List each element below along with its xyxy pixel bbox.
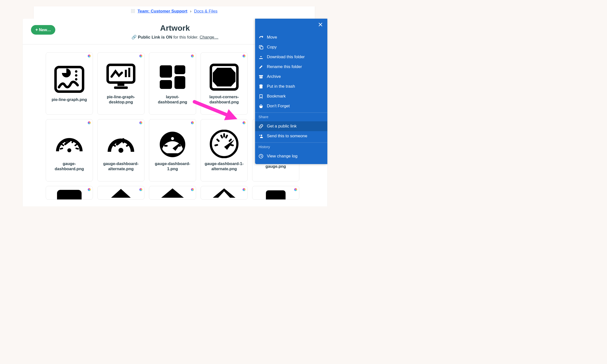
copy-icon (259, 45, 263, 50)
menu-label: Archive (267, 74, 281, 79)
file-card[interactable] (252, 186, 299, 200)
file-card[interactable] (201, 186, 248, 200)
menu-download[interactable]: Download this folder (255, 52, 327, 62)
menu-rename[interactable]: Rename this folder (255, 62, 327, 72)
menu-label: Send this to someone (267, 134, 307, 139)
file-name: gauge-dashboard-alternate.png (101, 161, 141, 171)
svg-point-65 (261, 135, 262, 136)
file-card[interactable]: gauge-dashboard.png (46, 119, 93, 182)
menu-move[interactable]: Move (255, 32, 327, 42)
new-button[interactable]: + New… (31, 25, 55, 35)
svg-rect-20 (174, 76, 185, 89)
svg-point-32 (118, 148, 123, 153)
menu-archive[interactable]: Archive (255, 72, 327, 82)
file-thumb (208, 63, 240, 91)
menu-bookmark[interactable]: Bookmark (255, 91, 327, 101)
svg-line-34 (114, 145, 115, 146)
svg-rect-58 (260, 46, 263, 49)
person-add-icon (259, 134, 263, 139)
menu-label: Don't Forget (267, 104, 290, 109)
menu-changelog[interactable]: View change log (255, 151, 327, 161)
change-link[interactable]: Change… (200, 35, 218, 40)
file-card[interactable]: gauge-dashboard-alternate.png (97, 119, 145, 182)
reminder-icon (259, 104, 263, 109)
color-badge-icon (88, 55, 91, 57)
plus-icon: + (35, 27, 38, 32)
svg-rect-13 (125, 70, 127, 77)
svg-rect-16 (114, 86, 128, 89)
menu-trash[interactable]: Put in the trash (255, 82, 327, 91)
svg-rect-51 (57, 190, 82, 200)
svg-rect-63 (259, 85, 263, 85)
svg-line-37 (123, 141, 124, 142)
color-badge-icon (191, 188, 194, 191)
svg-line-27 (65, 141, 66, 142)
svg-line-49 (230, 140, 231, 141)
file-thumb (105, 63, 137, 91)
svg-rect-14 (128, 68, 130, 77)
trash-icon (259, 84, 263, 89)
parent-card: Team: Customer Support › Docs & Files (34, 6, 315, 19)
svg-rect-18 (174, 65, 185, 74)
color-badge-icon (294, 188, 297, 191)
file-thumb (208, 130, 240, 158)
file-card[interactable] (46, 186, 93, 200)
svg-rect-2 (131, 12, 133, 13)
file-card[interactable]: layout-dashboard.png (149, 52, 196, 115)
color-badge-icon (243, 188, 246, 191)
color-badge-icon (88, 188, 91, 191)
color-badge-icon (243, 121, 246, 124)
svg-line-38 (127, 145, 128, 146)
context-menu: Move Copy Download this folder Rename th… (255, 19, 327, 164)
archive-icon (259, 74, 263, 79)
file-thumb (53, 130, 86, 158)
svg-point-23 (67, 148, 71, 152)
file-card[interactable]: pie-line-graph-desktop.png (97, 52, 145, 115)
breadcrumb-team[interactable]: Team: Customer Support (138, 9, 188, 14)
menu-label: Move (267, 35, 277, 40)
svg-rect-42 (177, 145, 181, 147)
svg-rect-3 (133, 12, 135, 13)
menu-label: Copy (267, 45, 277, 50)
file-card[interactable] (149, 186, 196, 200)
file-name: gauge-dashboard-1.png (152, 161, 193, 171)
file-thumb (105, 130, 137, 158)
move-icon (259, 35, 263, 40)
svg-line-30 (75, 144, 77, 145)
file-name: pie-line-graph-desktop.png (101, 94, 141, 104)
pencil-icon (259, 64, 263, 69)
svg-point-40 (171, 137, 174, 140)
svg-line-26 (62, 144, 63, 145)
file-card[interactable]: layout-corners-dashboard.png (201, 52, 248, 115)
svg-point-11 (75, 78, 77, 81)
color-badge-icon (139, 121, 142, 124)
file-card[interactable]: gauge-dashboard-1.png (149, 119, 196, 182)
file-card[interactable] (97, 186, 145, 200)
menu-dont-forget[interactable]: Don't Forget (255, 101, 327, 111)
breadcrumb-section[interactable]: Docs & Files (194, 9, 217, 14)
svg-line-45 (217, 140, 219, 141)
close-button[interactable] (318, 22, 323, 28)
file-thumb (208, 188, 240, 198)
svg-rect-59 (259, 75, 263, 76)
color-badge-icon (191, 55, 194, 57)
color-badge-icon (139, 55, 142, 57)
menu-public-link[interactable]: Get a public link (255, 121, 327, 131)
svg-line-46 (221, 136, 222, 138)
menu-copy[interactable]: Copy (255, 42, 327, 52)
svg-marker-52 (111, 189, 131, 198)
file-card[interactable]: pie-line-graph.png (46, 52, 93, 115)
menu-send[interactable]: Send this to someone (255, 131, 327, 141)
new-button-label: New… (39, 28, 51, 32)
svg-line-31 (76, 148, 78, 149)
file-name: gauge-dashboard-1-alternate.png (204, 161, 245, 171)
menu-heading-share: Share (255, 112, 327, 121)
file-name: layout-dashboard.png (152, 94, 193, 104)
svg-rect-15 (117, 84, 124, 86)
svg-line-48 (226, 136, 227, 138)
color-badge-icon (88, 121, 91, 124)
svg-point-9 (75, 70, 77, 73)
svg-rect-64 (260, 84, 261, 85)
file-card[interactable]: gauge-dashboard-1-alternate.png (201, 119, 248, 182)
file-thumb (156, 130, 189, 158)
